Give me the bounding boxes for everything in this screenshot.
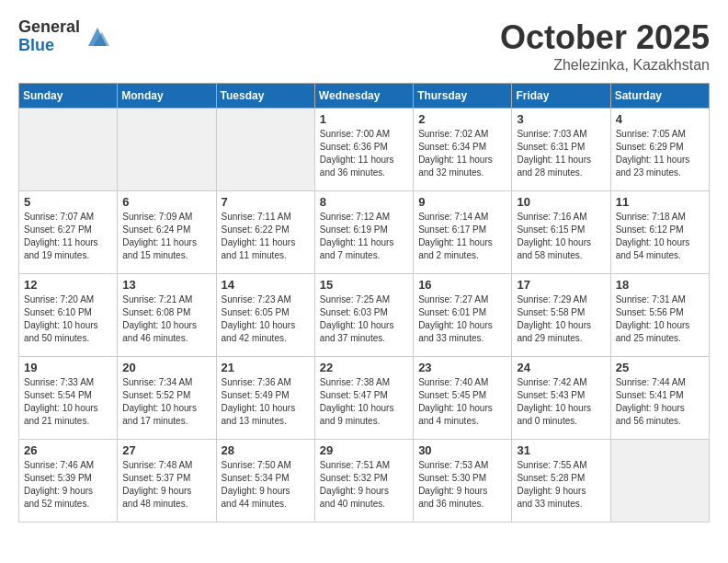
calendar-cell: 31Sunrise: 7:55 AM Sunset: 5:28 PM Dayli…	[512, 440, 610, 523]
weekday-header: Monday	[118, 84, 216, 109]
calendar-cell: 20Sunrise: 7:34 AM Sunset: 5:52 PM Dayli…	[118, 357, 216, 440]
logo-general: General	[18, 18, 80, 37]
day-info: Sunrise: 7:40 AM Sunset: 5:45 PM Dayligh…	[418, 376, 506, 428]
day-info: Sunrise: 7:55 AM Sunset: 5:28 PM Dayligh…	[517, 459, 605, 511]
calendar-cell: 25Sunrise: 7:44 AM Sunset: 5:41 PM Dayli…	[610, 357, 709, 440]
day-number: 30	[418, 443, 506, 457]
day-number: 10	[517, 195, 605, 209]
day-info: Sunrise: 7:21 AM Sunset: 6:08 PM Dayligh…	[122, 293, 210, 345]
day-info: Sunrise: 7:05 AM Sunset: 6:29 PM Dayligh…	[616, 128, 704, 179]
logo-blue: Blue	[18, 37, 80, 55]
day-number: 28	[222, 443, 310, 457]
day-number: 25	[616, 361, 704, 374]
calendar-cell	[216, 109, 314, 191]
page-header: General Blue October 2025 Zhelezinka, Ka…	[18, 18, 710, 74]
day-info: Sunrise: 7:31 AM Sunset: 5:56 PM Dayligh…	[616, 293, 704, 345]
day-number: 8	[320, 195, 408, 209]
day-info: Sunrise: 7:42 AM Sunset: 5:43 PM Dayligh…	[517, 376, 605, 428]
calendar-cell: 18Sunrise: 7:31 AM Sunset: 5:56 PM Dayli…	[610, 274, 709, 357]
calendar-cell	[610, 440, 709, 523]
day-info: Sunrise: 7:00 AM Sunset: 6:36 PM Dayligh…	[320, 128, 408, 179]
weekday-header: Sunday	[19, 84, 118, 109]
calendar-table: SundayMondayTuesdayWednesdayThursdayFrid…	[18, 83, 710, 523]
calendar-cell: 27Sunrise: 7:48 AM Sunset: 5:37 PM Dayli…	[118, 440, 216, 523]
calendar-cell: 19Sunrise: 7:33 AM Sunset: 5:54 PM Dayli…	[19, 357, 118, 440]
day-number: 5	[24, 195, 112, 209]
calendar-cell: 9Sunrise: 7:14 AM Sunset: 6:17 PM Daylig…	[414, 191, 512, 274]
day-info: Sunrise: 7:29 AM Sunset: 5:58 PM Dayligh…	[517, 293, 605, 345]
day-info: Sunrise: 7:11 AM Sunset: 6:22 PM Dayligh…	[222, 211, 310, 262]
weekday-header: Wednesday	[314, 84, 413, 109]
day-info: Sunrise: 7:33 AM Sunset: 5:54 PM Dayligh…	[24, 376, 112, 428]
calendar-cell: 30Sunrise: 7:53 AM Sunset: 5:30 PM Dayli…	[414, 440, 512, 523]
calendar-cell: 13Sunrise: 7:21 AM Sunset: 6:08 PM Dayli…	[118, 274, 216, 357]
day-number: 9	[418, 195, 506, 209]
calendar-cell	[118, 109, 216, 191]
calendar-cell: 2Sunrise: 7:02 AM Sunset: 6:34 PM Daylig…	[414, 109, 512, 191]
day-info: Sunrise: 7:46 AM Sunset: 5:39 PM Dayligh…	[24, 459, 112, 511]
calendar-cell: 5Sunrise: 7:07 AM Sunset: 6:27 PM Daylig…	[19, 191, 118, 274]
day-number: 6	[122, 195, 210, 209]
calendar-cell: 12Sunrise: 7:20 AM Sunset: 6:10 PM Dayli…	[19, 274, 118, 357]
day-number: 24	[517, 361, 605, 374]
day-info: Sunrise: 7:51 AM Sunset: 5:32 PM Dayligh…	[320, 459, 408, 511]
calendar-cell: 23Sunrise: 7:40 AM Sunset: 5:45 PM Dayli…	[414, 357, 512, 440]
calendar-cell: 3Sunrise: 7:03 AM Sunset: 6:31 PM Daylig…	[512, 109, 610, 191]
calendar-cell: 21Sunrise: 7:36 AM Sunset: 5:49 PM Dayli…	[216, 357, 314, 440]
weekday-header: Saturday	[610, 84, 709, 109]
calendar-cell: 15Sunrise: 7:25 AM Sunset: 6:03 PM Dayli…	[314, 274, 413, 357]
day-number: 1	[320, 112, 408, 126]
day-info: Sunrise: 7:44 AM Sunset: 5:41 PM Dayligh…	[616, 376, 704, 428]
calendar-cell: 22Sunrise: 7:38 AM Sunset: 5:47 PM Dayli…	[314, 357, 413, 440]
day-number: 2	[418, 112, 506, 126]
calendar-cell: 16Sunrise: 7:27 AM Sunset: 6:01 PM Dayli…	[414, 274, 512, 357]
day-number: 20	[122, 361, 210, 374]
title-block: October 2025 Zhelezinka, Kazakhstan	[500, 18, 710, 74]
day-info: Sunrise: 7:09 AM Sunset: 6:24 PM Dayligh…	[122, 211, 210, 262]
day-number: 29	[320, 443, 408, 457]
day-number: 4	[616, 112, 704, 126]
weekday-header: Tuesday	[216, 84, 314, 109]
day-info: Sunrise: 7:02 AM Sunset: 6:34 PM Dayligh…	[418, 128, 506, 179]
day-number: 23	[418, 361, 506, 374]
calendar-cell: 1Sunrise: 7:00 AM Sunset: 6:36 PM Daylig…	[314, 109, 413, 191]
day-number: 13	[122, 278, 210, 292]
day-info: Sunrise: 7:38 AM Sunset: 5:47 PM Dayligh…	[320, 376, 408, 428]
month-title: October 2025	[500, 18, 710, 57]
calendar-cell: 7Sunrise: 7:11 AM Sunset: 6:22 PM Daylig…	[216, 191, 314, 274]
day-number: 14	[222, 278, 310, 292]
day-number: 11	[616, 195, 704, 209]
day-info: Sunrise: 7:34 AM Sunset: 5:52 PM Dayligh…	[122, 376, 210, 428]
day-number: 16	[418, 278, 506, 292]
day-number: 19	[24, 361, 112, 374]
calendar-cell: 17Sunrise: 7:29 AM Sunset: 5:58 PM Dayli…	[512, 274, 610, 357]
calendar-cell: 11Sunrise: 7:18 AM Sunset: 6:12 PM Dayli…	[610, 191, 709, 274]
day-number: 31	[517, 443, 605, 457]
day-info: Sunrise: 7:23 AM Sunset: 6:05 PM Dayligh…	[222, 293, 310, 345]
day-number: 7	[222, 195, 310, 209]
day-number: 15	[320, 278, 408, 292]
day-info: Sunrise: 7:53 AM Sunset: 5:30 PM Dayligh…	[418, 459, 506, 511]
day-info: Sunrise: 7:18 AM Sunset: 6:12 PM Dayligh…	[616, 211, 704, 262]
day-info: Sunrise: 7:07 AM Sunset: 6:27 PM Dayligh…	[24, 211, 112, 262]
day-number: 27	[122, 443, 210, 457]
calendar-cell: 24Sunrise: 7:42 AM Sunset: 5:43 PM Dayli…	[512, 357, 610, 440]
day-info: Sunrise: 7:16 AM Sunset: 6:15 PM Dayligh…	[517, 211, 605, 262]
day-number: 18	[616, 278, 704, 292]
weekday-header: Friday	[512, 84, 610, 109]
calendar-cell: 28Sunrise: 7:50 AM Sunset: 5:34 PM Dayli…	[216, 440, 314, 523]
calendar-cell: 26Sunrise: 7:46 AM Sunset: 5:39 PM Dayli…	[19, 440, 118, 523]
day-number: 22	[320, 361, 408, 374]
day-info: Sunrise: 7:12 AM Sunset: 6:19 PM Dayligh…	[320, 211, 408, 262]
logo-icon	[84, 23, 111, 51]
day-info: Sunrise: 7:27 AM Sunset: 6:01 PM Dayligh…	[418, 293, 506, 345]
calendar-cell: 4Sunrise: 7:05 AM Sunset: 6:29 PM Daylig…	[610, 109, 709, 191]
calendar-cell: 6Sunrise: 7:09 AM Sunset: 6:24 PM Daylig…	[118, 191, 216, 274]
day-info: Sunrise: 7:25 AM Sunset: 6:03 PM Dayligh…	[320, 293, 408, 345]
calendar-cell: 8Sunrise: 7:12 AM Sunset: 6:19 PM Daylig…	[314, 191, 413, 274]
location: Zhelezinka, Kazakhstan	[500, 57, 710, 74]
day-info: Sunrise: 7:20 AM Sunset: 6:10 PM Dayligh…	[24, 293, 112, 345]
day-info: Sunrise: 7:50 AM Sunset: 5:34 PM Dayligh…	[222, 459, 310, 511]
logo: General Blue	[18, 18, 111, 55]
day-number: 21	[222, 361, 310, 374]
